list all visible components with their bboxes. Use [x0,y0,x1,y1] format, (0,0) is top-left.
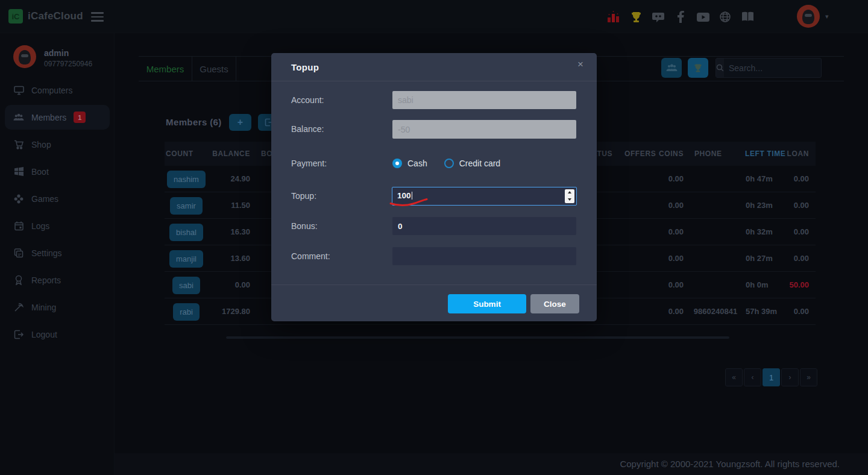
add-member-button[interactable]: + [229,114,251,131]
facebook-icon[interactable] [673,9,688,25]
pickaxe-icon [13,302,24,313]
phone-cell [687,245,744,272]
sidebar-item-label: Computers [31,86,72,95]
globe-icon[interactable] [718,9,732,25]
sidebar-item-label: Settings [31,248,62,258]
sidebar: admin 097797250946 Computers Members 1 S… [0,33,115,475]
sidebar-item-games[interactable]: Games [0,185,115,212]
phone-cell [687,166,744,192]
submit-button[interactable]: Submit [448,294,526,313]
user-name: admin [44,45,92,58]
page-last-button[interactable]: » [800,368,817,386]
discord-icon[interactable] [651,9,665,25]
coins-cell: 0.00 [635,166,684,192]
ranking-icon[interactable] [606,9,621,25]
page-next-button[interactable]: › [781,368,799,386]
sidebar-nav: Computers Members 1 Shop Boot Games [0,77,115,348]
balance-cell: 16.30 [177,219,250,245]
spinner-up-button[interactable] [565,189,574,197]
topup-label: Topup: [291,187,388,206]
cash-radio-label[interactable]: Cash [407,159,427,168]
sidebar-item-label: Logs [31,221,49,231]
footer: Copyright © 2000-2021 Youngzsoft. All ri… [0,453,868,475]
copyright-text: Copyright © 2000-2021 Youngzsoft. All ri… [620,453,840,475]
credit-card-radio[interactable] [444,159,454,168]
logo-text: iCafeCloud [28,10,83,22]
coins-cell: 0.00 [635,272,684,298]
members-icon [666,64,678,72]
user-avatar-menu[interactable]: ▾ [797,5,829,28]
bonus-label: Bonus: [291,217,388,235]
pagination: « ‹ 1 › » [725,368,817,386]
app-root: iC iCafeCloud [0,0,868,475]
loan-cell: 0.00 [761,298,809,325]
close-button[interactable]: Close [530,294,579,313]
youtube-icon[interactable] [696,9,710,25]
credit-card-radio-label[interactable]: Credit card [459,159,500,168]
medal-icon [13,275,24,286]
sidebar-item-mining[interactable]: Mining [0,294,115,321]
handbook-icon[interactable] [740,9,755,25]
balance-cell: 13.60 [177,245,250,272]
loan-cell: 0.00 [761,192,809,219]
column-header-coins[interactable]: COINS [635,142,684,166]
members-icon [13,112,24,123]
balance-label: Balance: [291,120,388,139]
topup-input[interactable]: 100 [392,187,577,206]
trophy-icon[interactable] [629,9,643,25]
icafecloud-logo-icon: iC [8,9,23,24]
comment-label: Comment: [291,247,388,265]
sidebar-item-boot[interactable]: Boot [0,158,115,185]
horizontal-scrollbar[interactable] [226,336,729,339]
sidebar-item-label: Members [31,113,66,122]
modal-footer: Submit Close [271,285,597,321]
trophy-view-button[interactable] [688,58,708,78]
loan-cell: 50.00 [761,272,809,298]
spinner-down-button[interactable] [565,196,574,203]
search-input[interactable] [724,58,843,77]
chevron-down-icon: ▾ [825,13,829,20]
modal-header: Topup × [271,53,597,81]
settings-icon [13,248,24,259]
hamburger-menu-icon[interactable] [91,12,104,24]
avatar [13,45,36,68]
close-icon[interactable]: × [577,58,583,71]
cash-radio[interactable] [392,159,402,168]
payment-label: Payment: [291,154,388,172]
column-header-loan[interactable]: LOAN [761,142,809,166]
logo[interactable]: iC iCafeCloud [8,9,83,24]
avatar [797,5,820,28]
logout-icon [13,329,24,340]
tab-members[interactable]: Members [139,57,192,81]
sidebar-item-label: Reports [31,275,61,285]
page-first-button[interactable]: « [725,368,743,386]
page-prev-button[interactable]: ‹ [744,368,761,386]
sidebar-item-logout[interactable]: Logout [0,321,115,348]
tab-guests[interactable]: Guests [192,57,236,81]
page-title: Members (6) [166,117,222,127]
text-caret [412,192,412,200]
sidebar-item-logs[interactable]: Logs [0,212,115,239]
sidebar-item-label: Logout [31,330,57,339]
account-input [392,91,576,109]
column-header-balance[interactable]: BALANCE [177,142,250,166]
comment-input[interactable] [392,247,576,265]
balance-cell: 1729.80 [177,298,250,325]
phone-cell [687,272,744,298]
page-1-button[interactable]: 1 [763,368,780,386]
column-header-phone[interactable]: PHONE [694,142,722,166]
trophy-icon [693,63,703,73]
sidebar-item-settings[interactable]: Settings [0,239,115,266]
bonus-input[interactable] [392,217,576,235]
coins-cell: 0.00 [635,219,684,245]
search-icon [716,58,724,77]
sidebar-item-reports[interactable]: Reports [0,266,115,294]
balance-cell: 11.50 [177,192,250,219]
sidebar-item-computers[interactable]: Computers [0,77,115,104]
members-view-button[interactable] [661,58,682,78]
sidebar-item-members[interactable]: Members 1 [0,104,115,131]
sidebar-item-label: Boot [31,167,49,177]
cart-icon [13,139,24,150]
sidebar-item-shop[interactable]: Shop [0,131,115,158]
phone-cell [687,192,744,219]
